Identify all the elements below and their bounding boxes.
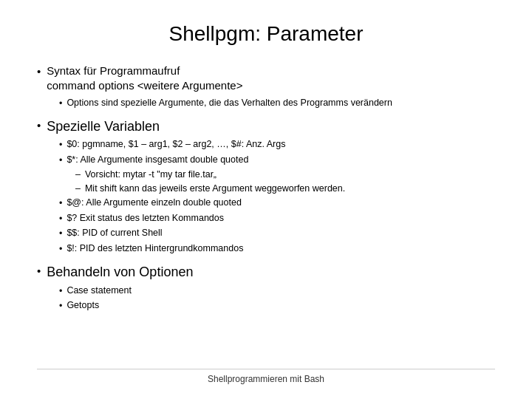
- sub-bullet-dot-c2: •: [59, 300, 62, 313]
- sub-bullet-dot-c1: •: [59, 285, 62, 299]
- sub-bullet-dot-v5: •: [59, 228, 62, 241]
- section-variables-subbullets: • $0: pgmname, $1 – arg1, $2 – arg2, …, …: [59, 138, 495, 256]
- sub-bullet-dot-v4: •: [59, 213, 62, 226]
- sub-bullet-dot-v2: •: [59, 154, 62, 168]
- bullet-dot-syntax: •: [37, 65, 41, 78]
- section-variables: • Spezielle Variablen • $0: pgmname, $1 …: [37, 117, 495, 256]
- slide: Shellpgm: Parameter • Syntax für Program…: [0, 0, 532, 399]
- sub-bullet-var3: • $@: Alle Argumente einzeln double quot…: [59, 197, 495, 211]
- dash-2: –: [75, 183, 81, 196]
- section-syntax: • Syntax für Programmaufrufcommand optio…: [37, 64, 495, 110]
- slide-footer: Shellprogrammieren mit Bash: [37, 369, 495, 384]
- subsub-bullet-1: – Vorsicht: mytar -t "my tar file.tar„: [75, 168, 495, 182]
- section-syntax-subbullets: • Options sind spezielle Argumente, die …: [59, 97, 495, 111]
- sub-bullet-var5: • $$: PID of current Shell: [59, 227, 495, 241]
- sub-bullet-var2: • $*: Alle Argumente insgesamt double qu…: [59, 154, 495, 168]
- section-variables-label: Spezielle Variablen: [47, 117, 160, 135]
- sub-bullet-var1-text: $0: pgmname, $1 – arg1, $2 – arg2, …, $#…: [66, 138, 285, 151]
- section-options-header: • Behandeln von Optionen: [37, 263, 495, 281]
- subsub-bullet-2-text: Mit shift kann das jeweils erste Argumen…: [85, 183, 345, 196]
- bullet-dot-options: •: [37, 265, 41, 277]
- content-area: • Syntax für Programmaufrufcommand optio…: [37, 64, 495, 361]
- section-variables-header: • Spezielle Variablen: [37, 117, 495, 135]
- bullet-dot-variables: •: [37, 119, 41, 132]
- sub-bullet-var4-text: $? Exit status des letzten Kommandos: [66, 212, 224, 225]
- sub-bullet-dot-v6: •: [59, 243, 62, 256]
- sub-bullet-var2-text: $*: Alle Argumente insgesamt double quot…: [66, 154, 248, 167]
- section-options: • Behandeln von Optionen • Case statemen…: [37, 263, 495, 313]
- sub-bullet-options: • Options sind spezielle Argumente, die …: [59, 97, 495, 111]
- sub-bullet-case: • Case statement: [59, 284, 495, 299]
- sub-bullet-dot-v3: •: [59, 197, 62, 211]
- sub-bullet-var6: • $!: PID des letzten Hintergrundkommand…: [59, 242, 495, 256]
- dash-1: –: [75, 168, 81, 182]
- subsub-bullet-1-text: Vorsicht: mytar -t "my tar file.tar„: [85, 168, 216, 182]
- section-syntax-label: Syntax für Programmaufrufcommand options…: [47, 64, 242, 94]
- sub-bullet-case-text: Case statement: [66, 284, 132, 298]
- subsub-bullets-star: – Vorsicht: mytar -t "my tar file.tar„ –…: [75, 168, 495, 195]
- section-options-label: Behandeln von Optionen: [47, 263, 193, 281]
- sub-bullet-options-text: Options sind spezielle Argumente, die da…: [66, 97, 392, 110]
- sub-bullet-var4: • $? Exit status des letzten Kommandos: [59, 212, 495, 226]
- subsub-bullet-2: – Mit shift kann das jeweils erste Argum…: [75, 183, 495, 196]
- sub-bullet-dot-v1: •: [59, 139, 62, 152]
- sub-bullet-var5-text: $$: PID of current Shell: [66, 227, 162, 240]
- sub-bullet-dot-1: •: [59, 98, 62, 111]
- sub-bullet-getopts: • Getopts: [59, 299, 495, 313]
- sub-bullet-getopts-text: Getopts: [66, 299, 99, 313]
- sub-bullet-var6-text: $!: PID des letzten Hintergrundkommandos: [66, 242, 243, 256]
- sub-bullet-var3-text: $@: Alle Argumente einzeln double quoted: [66, 197, 241, 210]
- section-syntax-header: • Syntax für Programmaufrufcommand optio…: [37, 64, 495, 94]
- section-options-subbullets: • Case statement • Getopts: [59, 284, 495, 313]
- slide-title: Shellpgm: Parameter: [37, 22, 495, 46]
- sub-bullet-var1: • $0: pgmname, $1 – arg1, $2 – arg2, …, …: [59, 138, 495, 152]
